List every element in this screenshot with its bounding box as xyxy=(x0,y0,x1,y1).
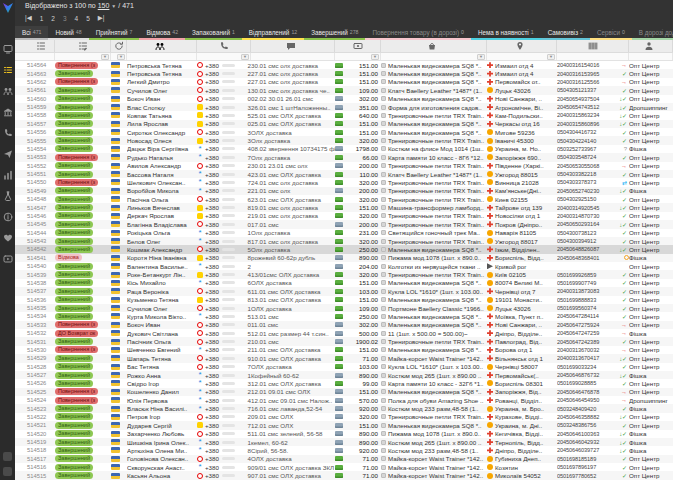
table-row[interactable]: 514553Повернення (зРудько Наталья*+3807О… xyxy=(15,153,673,161)
sidebar-item-call[interactable] xyxy=(3,124,13,134)
table-row[interactable]: 514542ЗавершенийКошмак Александр+3805Олх… xyxy=(15,245,673,253)
app-logo-icon[interactable] xyxy=(2,2,14,14)
sidebar-item-lab[interactable] xyxy=(3,187,13,197)
tab-10[interactable]: Сервіси0 xyxy=(590,26,632,40)
chevron-down-icon[interactable]: ▼ xyxy=(111,3,116,9)
filter-dropdown-moneygrp[interactable]: ▼ xyxy=(371,54,379,60)
pager-page-1[interactable]: 1 xyxy=(40,15,44,22)
column-header-ttn[interactable] xyxy=(557,40,629,52)
table-row[interactable]: 514546ЗавершенийДеркач Ярослав+380219.01… xyxy=(15,212,673,220)
table-row[interactable]: 514530Повернення (зШевченко Евгений*+380… xyxy=(15,346,673,354)
help-icon[interactable] xyxy=(3,452,12,461)
pager-last-button[interactable]: ▶| xyxy=(98,14,105,22)
table-row[interactable]: 514563ЗавершенийПетровська Тетяна+380227… xyxy=(15,69,673,77)
table-row[interactable]: 514557ЗавершенийЛила Ярослав+380025.01 с… xyxy=(15,120,673,128)
column-header-name[interactable] xyxy=(127,40,197,52)
table-row[interactable]: 514540ЗавершенийВалентина Василье..*+380… xyxy=(15,262,673,270)
column-header-delivery[interactable] xyxy=(487,40,557,52)
table-row[interactable]: 514541ВідмоваКоротя Ніна Іванівна+3808ро… xyxy=(15,254,673,262)
table-row[interactable]: 514556ЗавершенийСиротюк Олександр+3803ОЛ… xyxy=(15,128,673,136)
filter-dropdown-flag[interactable]: ▼ xyxy=(117,54,125,60)
table-row[interactable]: 514536ЗавершенийКузьменко Тетяна+380813.… xyxy=(15,296,673,304)
pager-first-button[interactable]: |◀ xyxy=(25,14,32,22)
table-row[interactable]: 514561ЗавершенийСучилов Олег+380130.01 с… xyxy=(15,86,673,94)
ukraine-flag-icon xyxy=(111,171,120,177)
tab-8[interactable]: Нема в наявності1 xyxy=(471,26,541,40)
sidebar-item-send[interactable] xyxy=(3,145,13,155)
comment-text: 12.01 смс ОЛХ доставка xyxy=(251,379,335,387)
table-row[interactable]: 514545ЗавершенийБлагінна Владіслава+3800… xyxy=(15,220,673,228)
sidebar-item-video[interactable] xyxy=(3,250,13,260)
sidebar-item-stats[interactable] xyxy=(3,166,13,176)
tab-9[interactable]: Самовивіз2 xyxy=(541,26,590,40)
filter-dropdown-phonegrp[interactable]: ▼ xyxy=(241,54,249,60)
tab-all[interactable]: Всі471 xyxy=(15,26,48,40)
tab-4[interactable]: Запакований1 xyxy=(185,26,242,40)
pager-page-5[interactable]: 5 xyxy=(86,15,90,22)
table-row[interactable]: 514535ЗавершенийСучилов Олег+3801ОЛХ дос… xyxy=(15,304,673,312)
ttn-number: 20450647284114 xyxy=(557,313,599,319)
filter-dropdown-delivery[interactable]: ▼ xyxy=(547,54,555,60)
pager-page-3[interactable]: 3 xyxy=(63,15,67,22)
table-row[interactable]: 514551ЗавершенийБассова Наталя*+380423.0… xyxy=(15,170,673,178)
sidebar-item-orders[interactable] xyxy=(3,61,13,71)
sidebar-item-info[interactable] xyxy=(3,208,13,218)
table-row[interactable]: 514527ЗавершенийРожко Анна*+3801Кофейный… xyxy=(15,371,673,379)
table-row[interactable]: 514559ЗавершенийВлас Слотюу+380326.01 см… xyxy=(15,103,673,111)
column-header-sms[interactable] xyxy=(251,40,335,52)
page-size-select[interactable]: 150 xyxy=(98,2,110,9)
table-row[interactable]: 514550Повернення (зШелкович Олексан..*+3… xyxy=(15,178,673,186)
column-header-flag[interactable] xyxy=(111,40,127,52)
sidebar-item-care[interactable] xyxy=(3,229,13,239)
table-row[interactable]: 514519ЗавершенийШишкіна Ірина Олек..*+38… xyxy=(15,438,673,446)
column-header-phonegrp[interactable] xyxy=(197,40,251,52)
tab-7[interactable]: Повернення товару (в дорозі)0 xyxy=(365,26,470,40)
table-row[interactable]: 514547ЗавершенийЛиньков Вячеслав+380819.… xyxy=(15,203,673,211)
sidebar-item-bank[interactable] xyxy=(3,103,13,113)
table-row[interactable]: 514531ЗавершенийПасічник Ольга+380210.01… xyxy=(15,337,673,345)
table-row[interactable]: 514552ЗавершенийАвилов Александр+380230.… xyxy=(15,162,673,170)
table-row[interactable]: 514549ЗавершенийВоробйов Микола*+380221.… xyxy=(15,187,673,195)
table-row[interactable]: 514523ЗавершенийВласюк Ніна Василі..*+38… xyxy=(15,404,673,412)
table-row[interactable]: 514518ЗавершенийАртюхіна Олена Ми..*+380… xyxy=(15,446,673,454)
sidebar-item-board[interactable] xyxy=(3,40,13,50)
table-row[interactable]: 514537ЗавершенийРаца Вероніка+380611.01 … xyxy=(15,287,673,295)
filter-dropdown-status[interactable]: ▼ xyxy=(101,54,109,60)
column-header-id[interactable] xyxy=(15,40,55,52)
table-row[interactable]: 514543ЗавершенийБелов Олег*+380817.01 см… xyxy=(15,237,673,245)
table-row[interactable]: 514533Повернення (зБокоч Иван+380011.01 … xyxy=(15,321,673,329)
table-row[interactable]: 514532ДО Возврат окДукович Світлана+3805… xyxy=(15,329,673,337)
table-row[interactable]: 514525Повернення (зКошеленко Данил*+3802… xyxy=(15,388,673,396)
sidebar-item-clients[interactable] xyxy=(3,82,13,92)
table-row[interactable]: 514544ЗавершенийРокіцька Ольга*+3801Олх … xyxy=(15,229,673,237)
pager-page-4[interactable]: 4 xyxy=(75,15,79,22)
table-row[interactable]: 514562Повернення (зЛегкий Дмитро+380227.… xyxy=(15,78,673,86)
table-row[interactable]: 514520ЗавершенийЗахарченко Любовь+380511… xyxy=(15,430,673,438)
table-row[interactable]: 514538ЗавершенийКісь Михайло*+3806ОЛХ до… xyxy=(15,279,673,287)
pager-page-2[interactable]: 2 xyxy=(51,15,55,22)
table-row[interactable]: 514522ЗавершенийПетров Ігор+380209.01 см… xyxy=(15,413,673,421)
table-row[interactable]: 514539ЗавершенийРоке-Бетанкурт Лін..+380… xyxy=(15,270,673,278)
table-row[interactable]: 514521ЗавершенийДударев Сергій+380712.01… xyxy=(15,421,673,429)
table-row[interactable]: 514534ЗавершенийКурта Микола Вікто..*+38… xyxy=(15,312,673,320)
table-row[interactable]: 514529ЗавершенийШапарь Тетяна+380910.01 … xyxy=(15,354,673,362)
table-row[interactable]: 514554ЗавершенийДацюк Віра Сергіївна*+38… xyxy=(15,145,673,153)
table-row[interactable]: 514526ЗавершенийСвідро Ігор*+380312.01 с… xyxy=(15,379,673,387)
column-header-status[interactable] xyxy=(55,40,111,52)
column-header-product[interactable] xyxy=(381,40,487,52)
table-row[interactable]: 514558ЗавершенийКовпак Татьяна+380525.01… xyxy=(15,111,673,119)
table-row[interactable]: 514555ЗавершенийНовосад Олеся+3803Олх до… xyxy=(15,136,673,144)
table-row[interactable]: 514528ЗавершенийБас Тетяна+3807ОЛХ доста… xyxy=(15,363,673,371)
table-row[interactable]: 514517ЗавершенийГоловінова Олексан..+380… xyxy=(15,455,673,463)
client-name: Новосад Олеся xyxy=(127,136,197,144)
table-row[interactable]: 514564Повернення (зПетровська Тетяна+380… xyxy=(15,61,673,69)
table-row[interactable]: 514524Повернення (зЮлія Первова*+380412.… xyxy=(15,396,673,404)
table-row[interactable]: 514516ЗавершенийСкворунская Анаст..*+380… xyxy=(15,463,673,471)
table-row[interactable]: 514515ЗавершенийКасьян Альона+380907.01 … xyxy=(15,471,673,479)
column-header-moneygrp[interactable] xyxy=(335,40,381,52)
user-avatar[interactable] xyxy=(3,467,12,476)
filter-dropdown-product[interactable]: ▼ xyxy=(477,54,485,60)
table-row[interactable]: 514560ЗавершенийБокоч Иван+380002.02 30.… xyxy=(15,95,673,103)
table-row[interactable]: 514548ЗавершенийПасічна Ольга+380623.01 … xyxy=(15,195,673,203)
column-header-manager[interactable] xyxy=(629,40,673,52)
